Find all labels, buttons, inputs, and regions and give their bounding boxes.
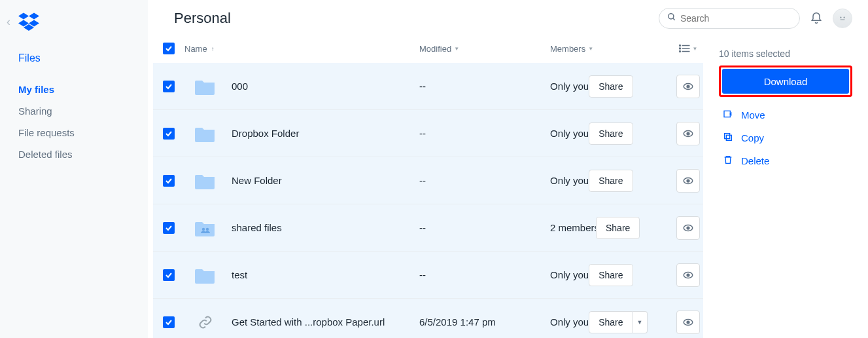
sidebar-item-my-files[interactable]: My files [18,79,148,100]
svg-point-28 [687,321,689,324]
action-label: Delete [741,155,769,166]
download-highlight: Download [719,66,852,97]
file-name[interactable]: test [232,269,247,280]
selection-count: 10 items selected [719,48,852,59]
main: Personal [148,0,868,338]
search-box[interactable] [659,8,800,29]
folder-icon [192,264,218,286]
delete-action[interactable]: Delete [719,149,852,172]
modified-cell: -- [419,222,550,233]
preview-button[interactable] [676,122,700,145]
share-button[interactable]: Share [589,122,633,145]
row-checkbox[interactable] [163,81,175,92]
svg-point-24 [687,227,689,229]
svg-marker-0 [18,13,29,20]
row-checkbox[interactable] [163,175,175,187]
table-row[interactable]: New Folder--Only youShare [153,157,703,204]
search-icon [667,12,676,24]
dropdown-caret-icon: ▼ [454,46,459,52]
column-header: Name ↑ Modified ▼ Members ▼ ▼ [153,34,703,63]
preview-button[interactable] [676,310,700,334]
sidebar-files[interactable]: Files [18,47,148,69]
share-button[interactable]: Share [589,311,633,333]
dropbox-logo[interactable] [18,12,39,31]
back-caret-icon[interactable]: ‹ [4,15,13,29]
preview-button[interactable] [676,169,700,193]
column-modified-label: Modified [419,44,451,54]
topbar: Personal [148,0,868,34]
delete-icon [723,155,733,167]
members-cell: Only youShare [550,75,673,98]
share-dropdown-button[interactable]: ▼ [633,311,648,333]
view-options-icon[interactable]: ▼ [673,44,703,53]
action-label: Copy [741,132,764,143]
copy-icon [723,132,733,144]
svg-marker-1 [29,13,39,20]
svg-point-12 [679,45,680,47]
row-checkbox[interactable] [163,128,175,140]
column-members[interactable]: Members ▼ [550,44,673,54]
preview-button[interactable] [676,263,700,287]
svg-line-6 [673,18,675,20]
sidebar-item-deleted-files[interactable]: Deleted files [18,143,148,165]
table-row[interactable]: Dropbox Folder--Only youShare [153,110,703,157]
share-button[interactable]: Share [589,75,633,98]
copy-action[interactable]: Copy [719,126,852,149]
svg-point-14 [679,51,680,52]
file-name[interactable]: shared files [232,222,282,233]
column-name-label: Name [184,44,207,54]
members-cell: Only youShare [550,122,673,145]
table-row[interactable]: Get Started with ...ropbox Paper.url6/5/… [153,299,703,338]
svg-point-8 [844,17,844,18]
share-button[interactable]: Share [589,170,633,192]
file-name[interactable]: Dropbox Folder [232,128,299,139]
svg-rect-29 [724,111,730,117]
folder-icon [192,122,218,145]
svg-point-16 [687,85,689,88]
svg-point-26 [687,274,689,276]
svg-point-7 [841,17,841,18]
share-button[interactable]: Share [596,217,640,239]
sidebar-subnav: My files Sharing File requests Deleted f… [0,69,148,165]
svg-rect-30 [725,134,730,139]
preview-button[interactable] [676,216,700,240]
row-checkbox[interactable] [163,222,175,234]
details-panel: 10 items selected Download MoveCopyDelet… [703,34,868,338]
svg-rect-31 [726,135,731,140]
table-row[interactable]: shared files--2 membersShare [153,204,703,252]
modified-cell: -- [419,81,550,92]
members-cell: Only youShare [550,264,673,286]
column-name[interactable]: Name ↑ [184,44,419,54]
folder-icon [192,170,218,192]
folder-icon [192,75,218,98]
file-list: Name ↑ Modified ▼ Members ▼ ▼ [148,34,703,338]
link-icon [192,311,218,333]
table-row[interactable]: test--Only youShare [153,252,703,299]
table-row[interactable]: 000--Only youShare [153,63,703,110]
file-name[interactable]: New Folder [232,175,282,186]
download-button[interactable]: Download [722,69,849,94]
modified-cell: -- [419,128,550,139]
avatar[interactable] [833,9,852,28]
select-all-checkbox[interactable] [163,43,175,54]
svg-point-20 [687,179,689,182]
column-members-label: Members [550,44,585,54]
move-action[interactable]: Move [719,103,852,126]
search-input[interactable] [680,13,795,24]
file-name[interactable]: 000 [232,81,248,92]
row-checkbox[interactable] [163,316,175,328]
dropdown-caret-icon: ▼ [693,46,698,52]
preview-button[interactable] [676,75,700,98]
svg-point-21 [202,227,205,230]
svg-point-5 [668,14,674,19]
action-label: Move [741,109,765,121]
sidebar-item-file-requests[interactable]: File requests [18,122,148,143]
sidebar: ‹ Files My files Sharing File requests D… [0,0,148,338]
svg-point-18 [687,132,689,135]
share-button[interactable]: Share [589,264,633,286]
column-modified[interactable]: Modified ▼ [419,44,550,54]
file-name[interactable]: Get Started with ...ropbox Paper.url [232,316,385,328]
row-checkbox[interactable] [163,269,175,281]
notifications-icon[interactable] [809,11,824,26]
sidebar-item-sharing[interactable]: Sharing [18,100,148,122]
